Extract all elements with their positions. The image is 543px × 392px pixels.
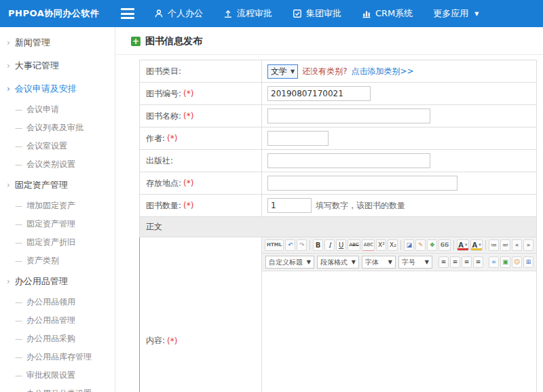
quantity-input[interactable] bbox=[267, 198, 312, 213]
required-mark: (*) bbox=[183, 201, 193, 210]
align-right-button[interactable]: ≡ bbox=[462, 256, 472, 268]
sidebar-item-label: 会议申请 bbox=[26, 104, 59, 115]
format-painter-button[interactable]: ✎ bbox=[415, 239, 426, 251]
subscript-button[interactable]: X₂ bbox=[388, 239, 398, 251]
sidebar-item-approval-permission[interactable]: —审批权限设置 bbox=[0, 366, 115, 385]
custom-title-select[interactable]: 自定义标题▼ bbox=[265, 256, 314, 269]
sidebar-item-label: 固定资产折旧 bbox=[26, 237, 75, 248]
font-size-select[interactable]: 字号▼ bbox=[398, 256, 432, 269]
author-input[interactable] bbox=[267, 131, 329, 146]
sidebar-item-meeting-category[interactable]: —会议类别设置 bbox=[0, 155, 115, 174]
form-row-book-no: 图书编号:(*) bbox=[140, 83, 536, 105]
sidebar-item-supplies-collect[interactable]: —办公用品领用 bbox=[0, 293, 115, 311]
unordered-list-button[interactable]: ≕ bbox=[500, 239, 510, 251]
book-no-input[interactable] bbox=[267, 86, 371, 101]
chevron-down-icon: ▼ bbox=[307, 259, 311, 265]
sidebar-item-meeting-list[interactable]: —会议列表及审批 bbox=[0, 119, 115, 137]
indent-button[interactable]: » bbox=[523, 239, 533, 251]
undo-button[interactable]: ↶ bbox=[285, 239, 295, 251]
blockquote-button[interactable]: 66 bbox=[438, 239, 450, 251]
underline-button[interactable]: U bbox=[336, 239, 346, 251]
category-select[interactable]: 文学 ▼ bbox=[267, 64, 298, 79]
highlight-color-button[interactable]: A bbox=[470, 239, 483, 251]
editor-toolbar-row2: 自定义标题▼ 段落格式▼ 字体▼ 字号▼ ≡ ≡ ≡ ≡ ∞ ▣ ☺ ⊞ bbox=[262, 254, 536, 271]
dash-icon: — bbox=[15, 256, 22, 265]
sidebar-item-meeting-room[interactable]: —会议室设置 bbox=[0, 137, 115, 155]
chevron-right-icon: › bbox=[7, 277, 10, 286]
nav-process-approval[interactable]: 流程审批 bbox=[223, 7, 272, 20]
sidebar-item-asset-category[interactable]: —资产类别 bbox=[0, 252, 115, 270]
align-justify-button[interactable]: ≡ bbox=[473, 256, 483, 268]
sidebar-item-meetings[interactable]: ›会议申请及安排 bbox=[0, 77, 115, 100]
form-row-location: 存放地点:(*) bbox=[140, 172, 536, 195]
dash-icon: — bbox=[15, 334, 22, 343]
outdent-button[interactable]: « bbox=[512, 239, 522, 251]
italic-button[interactable]: I bbox=[324, 239, 335, 251]
topbar: PHPOA协同办公软件 个人办公 流程审批 集团审批 CRM系统 更多应用 ▼ bbox=[0, 0, 543, 27]
sidebar-item-supplies-purchase[interactable]: —办公用品采购 bbox=[0, 330, 115, 348]
page-title: + 图书信息发布 bbox=[116, 27, 543, 55]
editor-content-area[interactable] bbox=[262, 271, 536, 392]
nav-more-apps[interactable]: 更多应用 ▼ bbox=[433, 7, 479, 20]
sidebar-item-asset-depreciation[interactable]: —固定资产折旧 bbox=[0, 233, 115, 252]
sidebar-item-fixed-assets[interactable]: ›固定资产管理 bbox=[0, 174, 115, 197]
align-center-button[interactable]: ≡ bbox=[450, 256, 460, 268]
add-category-link[interactable]: 点击添加类别>> bbox=[352, 66, 414, 77]
sidebar-item-meeting-apply[interactable]: —会议申请 bbox=[0, 100, 115, 119]
toolbar-separator bbox=[485, 240, 486, 250]
required-mark: (*) bbox=[183, 89, 193, 98]
sidebar-item-supplies-category[interactable]: —办公用品分类设置 bbox=[0, 385, 115, 392]
sidebar-item-asset-manage[interactable]: —固定资产管理 bbox=[0, 215, 115, 233]
publisher-input[interactable] bbox=[267, 153, 430, 168]
sidebar-item-label: 新闻管理 bbox=[15, 37, 50, 49]
nav-group-approval[interactable]: 集团审批 bbox=[293, 7, 341, 20]
dash-icon: — bbox=[15, 105, 22, 114]
nav-label: 更多应用 bbox=[433, 7, 468, 20]
table-button[interactable]: ⊞ bbox=[523, 256, 533, 268]
toolbar-separator bbox=[453, 240, 454, 250]
emoticon-button[interactable]: ☺ bbox=[512, 256, 522, 268]
dash-icon: — bbox=[15, 220, 22, 229]
superscript-button[interactable]: X² bbox=[376, 239, 386, 251]
form-row-publisher: 出版社: bbox=[140, 150, 536, 172]
align-left-button[interactable]: ≡ bbox=[438, 256, 449, 268]
content-label: 内容:(*) bbox=[140, 237, 262, 392]
chevron-right-icon: › bbox=[7, 181, 10, 189]
image-button[interactable]: ▣ bbox=[500, 256, 510, 268]
chevron-down-icon: ▼ bbox=[425, 259, 429, 265]
book-name-input[interactable] bbox=[267, 109, 430, 123]
form-row-author: 作者:(*) bbox=[140, 128, 536, 150]
ordered-list-button[interactable]: ≔ bbox=[489, 239, 499, 251]
menu-toggle-button[interactable] bbox=[121, 8, 134, 19]
sidebar-item-label: 办公用品采购 bbox=[26, 333, 75, 345]
sidebar-item-news[interactable]: ›新闻管理 bbox=[0, 31, 115, 54]
html-source-button[interactable]: HTML bbox=[265, 239, 284, 251]
sidebar-item-supplies-inventory[interactable]: —办公用品库存管理 bbox=[0, 348, 115, 366]
location-input[interactable] bbox=[267, 176, 457, 191]
form-row-content: 内容:(*) HTML ↶ ↷ B I U ABC ABC X² X₂ bbox=[140, 237, 536, 392]
dash-icon: — bbox=[15, 389, 22, 392]
nav-personal-office[interactable]: 个人办公 bbox=[154, 7, 203, 20]
paragraph-format-select[interactable]: 段落格式▼ bbox=[317, 256, 359, 269]
main-content: + 图书信息发布 图书类目: 文学 ▼ 还没有类别? 点击添加类别>> 图书编号… bbox=[116, 27, 543, 392]
redo-button[interactable]: ↷ bbox=[297, 239, 307, 251]
sidebar-item-office-supplies[interactable]: ›办公用品管理 bbox=[0, 270, 115, 293]
nav-crm-system[interactable]: CRM系统 bbox=[362, 7, 413, 20]
spellcheck-button[interactable]: ABC bbox=[362, 239, 375, 251]
clear-style-button[interactable]: ❖ bbox=[427, 239, 437, 251]
sidebar-item-add-asset[interactable]: —增加固定资产 bbox=[0, 197, 115, 215]
link-button[interactable]: ∞ bbox=[489, 256, 499, 268]
sidebar-item-memorabilia[interactable]: ›大事记管理 bbox=[0, 54, 115, 77]
chevron-right-icon: › bbox=[7, 39, 10, 47]
chevron-down-icon: ▼ bbox=[352, 259, 356, 265]
font-family-select[interactable]: 字体▼ bbox=[362, 256, 396, 269]
form-row-book-name: 图书名称:(*) bbox=[140, 105, 536, 128]
quantity-hint: 填写数字，该图书的数量 bbox=[316, 200, 405, 212]
chevron-down-icon: ▼ bbox=[291, 68, 295, 75]
bold-button[interactable]: B bbox=[313, 239, 323, 251]
font-color-button[interactable]: A bbox=[457, 239, 469, 251]
eraser-button[interactable]: ◪ bbox=[404, 239, 414, 251]
sidebar-item-supplies-manage[interactable]: —办公用品管理 bbox=[0, 311, 115, 330]
dash-icon: — bbox=[15, 142, 22, 151]
strikethrough-button[interactable]: ABC bbox=[348, 239, 360, 251]
